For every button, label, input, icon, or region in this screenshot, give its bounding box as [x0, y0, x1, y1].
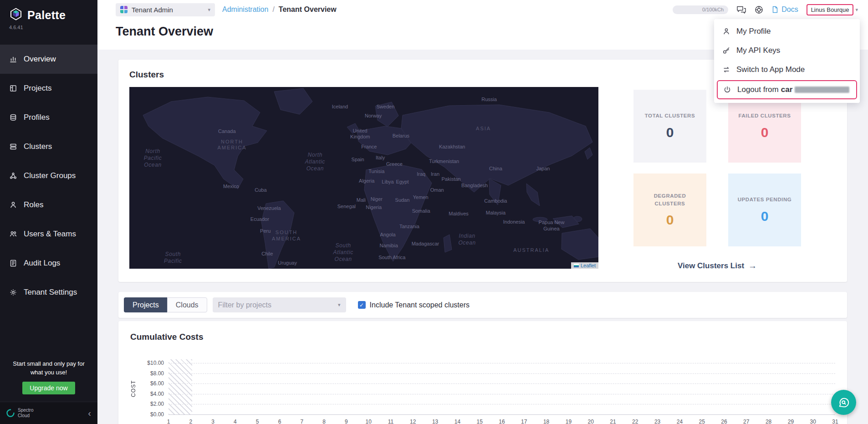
cluster-stats: TOTAL CLUSTERS 0 FAILED CLUSTERS 0 DEGRA…	[598, 87, 836, 271]
sidebar-item-tenant-settings[interactable]: Tenant Settings	[0, 278, 97, 307]
tenant-scoped-checkbox[interactable]: ✓ Include Tenant scoped clusters	[358, 301, 470, 309]
breadcrumb-separator: /	[272, 5, 274, 14]
stat-value: 0	[666, 212, 674, 228]
chat-icon[interactable]	[736, 5, 746, 14]
sidebar-item-cluster-groups[interactable]: Cluster Groups	[0, 161, 97, 190]
y-tick-label: $2.00	[150, 401, 164, 407]
app-version: 4.6.41	[0, 23, 97, 35]
x-tick-label: 20	[588, 419, 594, 424]
sidebar-item-label: Roles	[24, 200, 43, 209]
view-clusters-label: View Clusters List	[678, 261, 744, 271]
leaflet-flag-icon	[574, 264, 579, 267]
docs-link[interactable]: Docs	[771, 5, 798, 14]
project-filter-select[interactable]: Filter by projects ▾	[213, 297, 346, 312]
tenant-logo-icon	[120, 6, 128, 13]
x-tick-label: 22	[632, 419, 638, 424]
x-tick-label: 6	[278, 419, 281, 424]
chevron-down-icon: ▾	[855, 7, 858, 13]
breadcrumb-current: Tenant Overview	[279, 5, 337, 14]
project-filter-placeholder: Filter by projects	[218, 301, 271, 309]
tenant-settings-icon	[9, 288, 17, 296]
stat-card: UPDATES PENDING 0	[728, 174, 801, 246]
sidebar-item-profiles[interactable]: Profiles	[0, 103, 97, 132]
tab-clouds[interactable]: Clouds	[167, 297, 207, 312]
chart-plot: 1234567891011121314151617181920212223242…	[168, 363, 835, 414]
menu-item-my-api-keys[interactable]: My API Keys	[714, 41, 860, 60]
sidebar-item-roles[interactable]: Roles	[0, 190, 97, 220]
breadcrumb: Administration / Tenant Overview	[222, 5, 337, 14]
user-menu-button[interactable]: Linus Bourque	[807, 4, 854, 15]
topbar: Tenant Admin ▾ Administration / Tenant O…	[97, 0, 868, 19]
sidebar-item-label: Audit Logs	[24, 259, 60, 268]
audit-logs-icon	[9, 259, 17, 267]
x-tick-label: 21	[610, 419, 616, 424]
stat-label: UPDATES PENDING	[738, 196, 792, 204]
usage-pill-label: 0/100kCh	[702, 7, 724, 12]
x-tick-label: 9	[345, 419, 348, 424]
chart-gridline	[168, 383, 835, 384]
logout-menu-item[interactable]: Logout from car	[717, 80, 857, 99]
stat-value: 0	[761, 209, 769, 224]
stat-label: DEGRADED CLUSTERS	[641, 192, 699, 208]
x-tick-label: 18	[543, 419, 549, 424]
sidebar-item-label: Tenant Settings	[24, 288, 77, 297]
sidebar-item-users-teams[interactable]: Users & Teams	[0, 220, 97, 249]
arrow-right-icon: →	[748, 261, 757, 271]
upgrade-button[interactable]: Upgrade now	[22, 382, 75, 394]
tenant-selector[interactable]: Tenant Admin ▾	[116, 3, 215, 16]
menu-item-switch-app-mode[interactable]: Switch to App Mode	[714, 60, 860, 79]
sidebar-footer: Spectro Cloud ‹	[0, 402, 97, 424]
x-tick-label: 7	[300, 419, 303, 424]
roles-icon	[9, 201, 17, 209]
sidebar-item-clusters[interactable]: Clusters	[0, 132, 97, 161]
brand: Palette	[0, 0, 97, 23]
sidebar-item-label: Clusters	[24, 142, 52, 151]
chevron-down-icon: ▾	[208, 7, 210, 13]
sidebar-item-audit-logs[interactable]: Audit Logs	[0, 249, 97, 278]
power-icon	[723, 86, 731, 94]
sidebar-item-label: Cluster Groups	[24, 171, 76, 180]
menu-item-my-profile[interactable]: My Profile	[714, 22, 860, 41]
spectro-icon	[6, 409, 15, 417]
stat-value: 0	[761, 125, 769, 140]
leaflet-attribution[interactable]: Leaflet	[571, 262, 598, 269]
cumulative-costs-card: Cumulative Costs COST $10.00$8.00$6.00$4…	[118, 321, 847, 424]
x-tick-label: 25	[699, 419, 705, 424]
x-tick-label: 28	[766, 419, 771, 424]
chart-title: Cumulative Costs	[130, 332, 835, 342]
x-tick-label: 26	[721, 419, 727, 424]
document-icon	[771, 6, 779, 13]
y-tick-label: $8.00	[150, 370, 164, 377]
users-teams-icon	[9, 230, 17, 238]
x-tick-label: 14	[454, 419, 460, 424]
cluster-groups-icon	[9, 172, 17, 180]
sidebar-item-label: Users & Teams	[24, 230, 76, 239]
y-tick-label: $6.00	[150, 380, 164, 387]
sidebar-item-overview[interactable]: Overview	[0, 45, 97, 74]
leaflet-label: Leaflet	[581, 263, 596, 268]
sidebar-item-label: Overview	[24, 55, 56, 64]
checkbox-label: Include Tenant scoped clusters	[370, 301, 470, 309]
tab-projects[interactable]: Projects	[124, 297, 167, 312]
x-tick-label: 29	[788, 419, 794, 424]
redacted-account	[795, 87, 849, 93]
breadcrumb-administration[interactable]: Administration	[222, 5, 268, 14]
x-tick-label: 4	[234, 419, 237, 424]
view-clusters-link[interactable]: View Clusters List →	[678, 261, 757, 271]
world-map[interactable]: North Pacific OceanNorth Atlantic OceanS…	[129, 87, 598, 269]
collapse-sidebar-button[interactable]: ‹	[88, 409, 91, 418]
filter-bar: Projects Clouds Filter by projects ▾ ✓ I…	[118, 292, 847, 318]
clusters-icon	[9, 143, 17, 151]
support-chat-button[interactable]	[831, 390, 856, 415]
chart-y-axis: $10.00$8.00$6.00$4.00$2.00$0.00	[138, 363, 164, 414]
logout-prefix: Logout from	[737, 85, 779, 94]
upsell-message: Start small and only pay for what you us…	[6, 360, 91, 377]
chevron-down-icon: ▾	[338, 302, 341, 308]
profiles-icon	[9, 113, 17, 122]
sidebar-item-projects[interactable]: Projects	[0, 74, 97, 103]
usage-pill: 0/100kCh	[673, 5, 728, 14]
logout-account: car	[781, 85, 793, 94]
chart-gridline	[168, 404, 835, 404]
x-tick-label: 1	[167, 419, 170, 424]
support-icon[interactable]	[755, 5, 763, 14]
